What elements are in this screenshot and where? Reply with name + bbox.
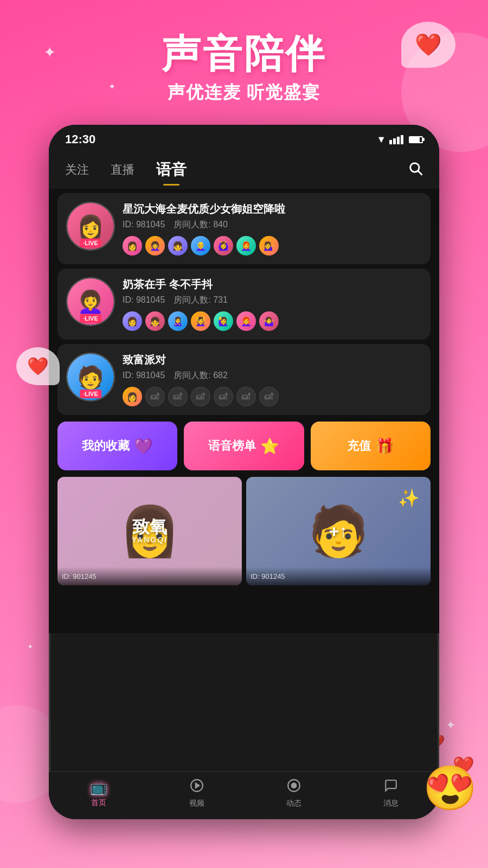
video-card-1[interactable]: 👩 致氧 YANGQI ID: 901245: [57, 477, 242, 585]
svg-point-5: [291, 783, 296, 788]
empty-seat-3-1: 🛋: [145, 387, 165, 406]
video-overlay-2: ID: 901245: [246, 567, 431, 585]
empty-seat-3-4: 🛋: [214, 387, 233, 406]
room-users-2: 👩 👧 🙎‍♀️ 💆‍♀️ 🙋‍♀️ 👩‍🦰 🤷‍♀️: [123, 311, 422, 331]
signal-bar-1: [389, 140, 392, 144]
user-avatar-1-5: 🙆‍♀️: [214, 236, 233, 256]
user-avatar-2-6: 👩‍🦰: [236, 311, 256, 331]
room-avatar-1: 👩 ·LIVE: [66, 202, 115, 251]
room-info-3: 致富派对 ID: 981045 房间人数: 682 👩 🛋 🛋 🛋 🛋 🛋 🛋: [123, 353, 422, 406]
recharge-icon: 🎁: [375, 437, 394, 455]
room-item-1[interactable]: 👩 ·LIVE 星沉大海全麦优质少女御姐空降啦 ID: 981045 房间人数:…: [57, 193, 431, 264]
empty-seat-3-5: 🛋: [236, 387, 256, 406]
video-grid: 👩 致氧 YANGQI ID: 901245 🧑 ✨ +↑: [57, 477, 431, 585]
user-avatar-1-6: 👩‍🦰: [236, 236, 256, 256]
ranking-button[interactable]: 语音榜单 ⭐: [184, 422, 304, 470]
room-meta-1: ID: 981045 房间人数: 840: [123, 219, 422, 231]
empty-seat-3-3: 🛋: [191, 387, 210, 406]
tab-live[interactable]: 直播: [111, 158, 134, 181]
video-id-2: ID: 901245: [251, 572, 285, 580]
user-avatar-2-2: 👧: [145, 311, 165, 331]
room-title-3: 致富派对: [123, 353, 422, 367]
recharge-button[interactable]: 充值 🎁: [311, 422, 431, 470]
signal-bar-4: [401, 135, 403, 144]
home-label: 首页: [91, 798, 106, 808]
wifi-icon: ▼: [376, 134, 386, 145]
message-label: 消息: [383, 799, 399, 808]
user-avatar-1-1: 👩: [123, 236, 142, 256]
user-avatar-2-7: 🤷‍♀️: [259, 311, 279, 331]
room-avatar-2: 👩‍🦱 ·LIVE: [66, 277, 115, 326]
battery-icon: [409, 136, 423, 143]
video-id-1: ID: 901245: [62, 572, 97, 580]
svg-line-1: [418, 171, 421, 174]
phone-frame: 12:30 ▼ 关注 直播 语音: [49, 125, 439, 819]
room-meta-3: ID: 981045 房间人数: 682: [123, 370, 422, 381]
user-avatar-2-3: 🙎‍♀️: [168, 311, 188, 331]
room-avatar-3: 🧑 ·LIVE: [66, 353, 115, 401]
room-users-1: 👩 👩‍🦱 👧 👩‍🦲 🙆‍♀️ 👩‍🦰 💁‍♀️: [123, 236, 422, 256]
bottom-nav-home[interactable]: 📺 首页: [90, 779, 107, 808]
room-meta-2: ID: 981045 房间人数: 731: [123, 295, 422, 306]
quick-buttons-row: 我的收藏 💜 语音榜单 ⭐ 充值 🎁: [57, 422, 431, 470]
bottom-nav: 📺 首页 视频 动态: [49, 771, 439, 819]
video-label: 视频: [189, 799, 204, 808]
live-badge-2: ·LIVE: [80, 314, 101, 323]
favorites-icon: 💜: [134, 437, 153, 455]
user-avatar-1-3: 👧: [168, 236, 188, 256]
room-info-2: 奶茶在手 冬不手抖 ID: 981045 房间人数: 731 👩 👧 🙎‍♀️ …: [123, 277, 422, 331]
user-avatar-1-4: 👩‍🦲: [191, 236, 210, 256]
dynamic-label: 动态: [286, 799, 301, 808]
signal-bar-2: [393, 138, 396, 144]
room-title-1: 星沉大海全麦优质少女御姐空降啦: [123, 202, 422, 216]
sub-title: 声优连麦 听觉盛宴: [0, 81, 488, 105]
user-avatar-3-1: 👩: [123, 387, 142, 406]
heart-left-bubble: ❤️: [16, 347, 60, 385]
message-icon: [384, 778, 398, 796]
user-avatar-2-4: 💆‍♀️: [191, 311, 210, 331]
bottom-nav-message[interactable]: 消息: [383, 778, 399, 808]
video-overlay-1: ID: 901245: [57, 567, 242, 585]
status-time: 12:30: [65, 132, 95, 146]
sparkle-video-2: ✨: [398, 488, 420, 508]
sparkle-5: ✦: [27, 642, 34, 651]
status-bar: 12:30 ▼: [49, 125, 439, 151]
tab-follow[interactable]: 关注: [65, 158, 89, 181]
content-area: 👩 ·LIVE 星沉大海全麦优质少女御姐空降啦 ID: 981045 房间人数:…: [49, 189, 439, 633]
user-avatar-1-7: 💁‍♀️: [259, 236, 279, 256]
heart-bubble: ❤️: [401, 22, 455, 68]
room-users-3: 👩 🛋 🛋 🛋 🛋 🛋 🛋: [123, 387, 422, 406]
favorites-button[interactable]: 我的收藏 💜: [57, 422, 177, 470]
empty-seat-3-2: 🛋: [168, 387, 188, 406]
user-avatar-1-2: 👩‍🦱: [145, 236, 165, 256]
live-badge-3: ·LIVE: [80, 390, 101, 398]
emoji-face-decoration: 😍: [423, 763, 477, 814]
user-avatar-2-5: 🙋‍♀️: [214, 311, 233, 331]
sparkle-4: ✦: [446, 718, 455, 732]
signal-bar-3: [397, 137, 400, 144]
video-card-2[interactable]: 🧑 ✨ +↑ ID: 901245: [246, 477, 431, 585]
ranking-icon: ⭐: [260, 437, 279, 455]
svg-marker-3: [195, 783, 199, 788]
bottom-spacer: [49, 590, 439, 633]
signal-bars: [389, 135, 403, 144]
room-title-2: 奶茶在手 冬不手抖: [123, 277, 422, 291]
room-info-1: 星沉大海全麦优质少女御姐空降啦 ID: 981045 房间人数: 840 👩 👩…: [123, 202, 422, 256]
status-icons: ▼: [376, 134, 423, 145]
heart-bubble-decoration: ❤️: [401, 22, 455, 68]
user-avatar-2-1: 👩: [123, 311, 142, 331]
heart-left-decoration: ❤️: [16, 347, 60, 385]
search-button[interactable]: [408, 161, 423, 180]
nav-tabs: 关注 直播 语音: [49, 151, 439, 189]
bottom-nav-dynamic[interactable]: 动态: [286, 778, 301, 808]
empty-seat-3-6: 🛋: [259, 387, 279, 406]
dynamic-icon: [287, 778, 301, 796]
video-icon: [190, 778, 204, 796]
live-badge-1: ·LIVE: [80, 239, 101, 247]
bottom-nav-video[interactable]: 视频: [189, 778, 204, 808]
room-item-3[interactable]: 🧑 ·LIVE 致富派对 ID: 981045 房间人数: 682 👩 🛋 🛋 …: [57, 344, 431, 415]
tab-voice[interactable]: 语音: [156, 156, 187, 183]
room-item-2[interactable]: 👩‍🦱 ·LIVE 奶茶在手 冬不手抖 ID: 981045 房间人数: 731…: [57, 269, 431, 340]
battery-fill: [410, 137, 420, 142]
home-icon: 📺: [90, 779, 107, 796]
